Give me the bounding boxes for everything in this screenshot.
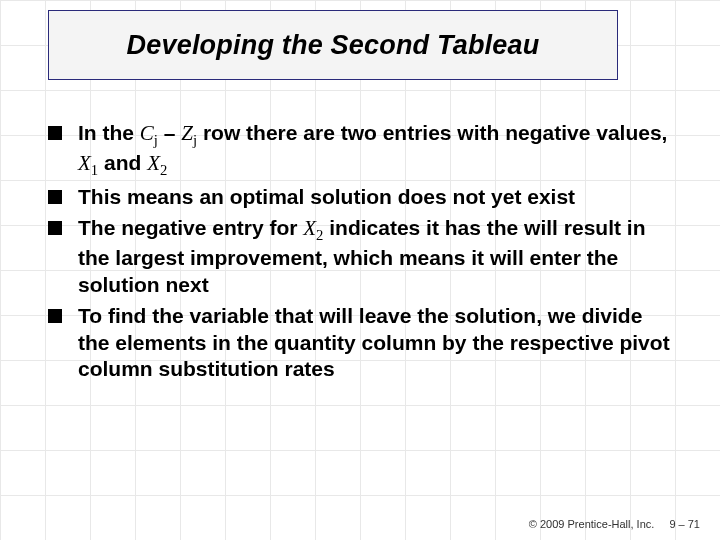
text: row there are two entries with negative …	[197, 121, 667, 144]
footer: © 2009 Prentice-Hall, Inc. 9 – 71	[529, 518, 700, 530]
var-X2: X2	[303, 216, 323, 240]
var-X: X	[78, 151, 91, 175]
title-box: Developing the Second Tableau	[48, 10, 618, 80]
text: and	[98, 151, 147, 174]
text: This means an optimal solution does not …	[78, 185, 575, 208]
bullet-item: In the Cj – Zj row there are two entries…	[48, 120, 678, 180]
var-X: X	[303, 216, 316, 240]
text: In the	[78, 121, 140, 144]
var-X2: X2	[147, 151, 167, 175]
content-area: In the Cj – Zj row there are two entries…	[48, 120, 678, 387]
text: –	[158, 121, 181, 144]
page-number: 9 – 71	[669, 518, 700, 530]
sub-2: 2	[160, 162, 167, 178]
bullet-item: The negative entry for X2 indicates it h…	[48, 215, 678, 299]
var-Cj: Cj	[140, 121, 158, 145]
var-X1: X1	[78, 151, 98, 175]
var-Z: Z	[181, 121, 193, 145]
var-X: X	[147, 151, 160, 175]
page-title: Developing the Second Tableau	[127, 30, 540, 61]
var-Zj: Zj	[181, 121, 197, 145]
var-C: C	[140, 121, 154, 145]
copyright: © 2009 Prentice-Hall, Inc.	[529, 518, 655, 530]
bullet-item: This means an optimal solution does not …	[48, 184, 678, 211]
text: To find the variable that will leave the…	[78, 304, 670, 381]
bullet-list: In the Cj – Zj row there are two entries…	[48, 120, 678, 383]
bullet-item: To find the variable that will leave the…	[48, 303, 678, 384]
text: The negative entry for	[78, 216, 303, 239]
